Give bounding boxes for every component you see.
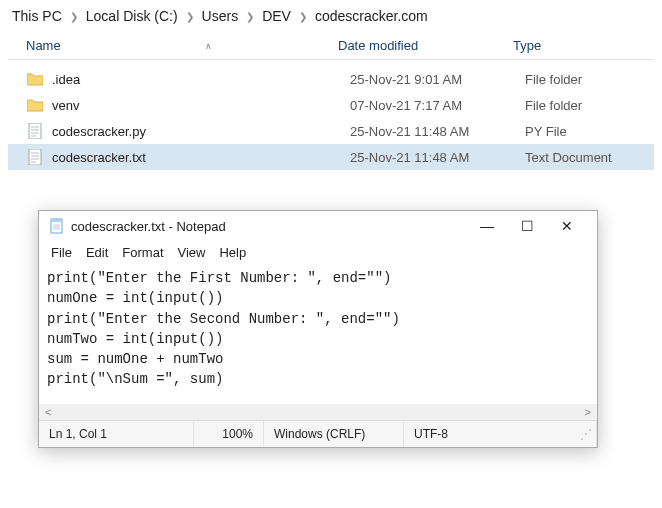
file-date: 07-Nov-21 7:17 AM [350, 98, 525, 113]
file-date: 25-Nov-21 11:48 AM [350, 124, 525, 139]
notepad-content[interactable]: print("Enter the First Number: ", end=""… [39, 264, 597, 404]
text-file-icon [26, 148, 44, 166]
notepad-hscrollbar[interactable]: < > [39, 404, 597, 420]
scroll-left-icon[interactable]: < [45, 406, 51, 418]
breadcrumb-segment[interactable]: This PC [12, 8, 62, 24]
folder-icon [26, 70, 44, 88]
breadcrumb: This PC❯Local Disk (C:)❯Users❯DEV❯codesc… [0, 0, 662, 32]
menu-item-format[interactable]: Format [122, 245, 163, 260]
file-list: Name ∧ Date modified Type .idea25-Nov-21… [0, 32, 662, 170]
minimize-button[interactable]: — [467, 217, 507, 235]
notepad-titlebar[interactable]: codescracker.txt - Notepad — ☐ ✕ [39, 211, 597, 241]
file-list-header[interactable]: Name ∧ Date modified Type [8, 32, 654, 60]
svg-rect-5 [29, 149, 41, 165]
text-file-icon [26, 122, 44, 140]
chevron-right-icon[interactable]: ❯ [182, 11, 198, 22]
file-date: 25-Nov-21 9:01 AM [350, 72, 525, 87]
folder-icon [26, 96, 44, 114]
sort-indicator-icon: ∧ [205, 41, 212, 51]
file-type: PY File [525, 124, 654, 139]
resize-grip-icon[interactable]: ⋰ [534, 421, 597, 447]
breadcrumb-segment[interactable]: DEV [262, 8, 291, 24]
file-row[interactable]: codescracker.txt25-Nov-21 11:48 AMText D… [8, 144, 654, 170]
column-type[interactable]: Type [513, 38, 654, 53]
notepad-statusbar: Ln 1, Col 1 100% Windows (CRLF) UTF-8 ⋰ [39, 420, 597, 447]
notepad-menubar: FileEditFormatViewHelp [39, 241, 597, 264]
breadcrumb-segment[interactable]: codescracker.com [315, 8, 428, 24]
notepad-window: codescracker.txt - Notepad — ☐ ✕ FileEdi… [38, 210, 598, 448]
breadcrumb-segment[interactable]: Users [202, 8, 239, 24]
file-row[interactable]: venv07-Nov-21 7:17 AMFile folder [8, 92, 654, 118]
column-name[interactable]: Name [26, 38, 61, 53]
menu-item-edit[interactable]: Edit [86, 245, 108, 260]
status-line-ending: Windows (CRLF) [264, 421, 404, 447]
file-row[interactable]: .idea25-Nov-21 9:01 AMFile folder [8, 66, 654, 92]
file-row[interactable]: codescracker.py25-Nov-21 11:48 AMPY File [8, 118, 654, 144]
file-name: venv [52, 98, 350, 113]
column-date[interactable]: Date modified [338, 38, 513, 53]
menu-item-view[interactable]: View [178, 245, 206, 260]
scroll-right-icon[interactable]: > [585, 406, 591, 418]
svg-rect-11 [51, 219, 62, 222]
file-name: .idea [52, 72, 350, 87]
breadcrumb-segment[interactable]: Local Disk (C:) [86, 8, 178, 24]
notepad-title: codescracker.txt - Notepad [71, 219, 467, 234]
file-date: 25-Nov-21 11:48 AM [350, 150, 525, 165]
menu-item-help[interactable]: Help [219, 245, 246, 260]
file-type: File folder [525, 98, 654, 113]
status-cursor-pos: Ln 1, Col 1 [39, 421, 194, 447]
file-name: codescracker.py [52, 124, 350, 139]
file-type: Text Document [525, 150, 654, 165]
notepad-icon [49, 218, 65, 234]
chevron-right-icon[interactable]: ❯ [66, 11, 82, 22]
chevron-right-icon[interactable]: ❯ [295, 11, 311, 22]
maximize-button[interactable]: ☐ [507, 217, 547, 235]
chevron-right-icon[interactable]: ❯ [242, 11, 258, 22]
svg-rect-0 [29, 123, 41, 139]
menu-item-file[interactable]: File [51, 245, 72, 260]
status-zoom: 100% [194, 421, 264, 447]
close-button[interactable]: ✕ [547, 217, 587, 235]
file-name: codescracker.txt [52, 150, 350, 165]
status-encoding: UTF-8 [404, 421, 534, 447]
file-type: File folder [525, 72, 654, 87]
